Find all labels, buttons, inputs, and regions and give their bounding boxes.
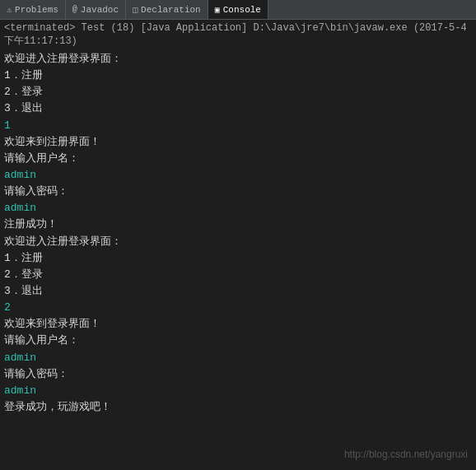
console-line: 请输入用户名： — [4, 333, 472, 349]
console-line: admin — [4, 383, 472, 399]
console-line: 欢迎来到注册界面！ — [4, 134, 472, 151]
console-line: 请输入用户名： — [4, 151, 472, 167]
tab-bar: ⚠ Problems @ Javadoc ◫ Declaration ▣ Con… — [0, 0, 476, 20]
console-line: 1．注册 — [4, 67, 472, 84]
console-line: 2 — [4, 300, 472, 316]
console-line: 2．登录 — [4, 267, 472, 283]
console-line: 3．退出 — [4, 100, 472, 117]
status-line: <terminated> Test (18) [Java Application… — [4, 22, 472, 48]
watermark: http://blog.csdn.net/yangruxi — [344, 449, 468, 460]
console-line: admin — [4, 200, 472, 216]
console-output: 欢迎进入注册登录界面：1．注册2．登录3．退出1欢迎来到注册界面！请输入用户名：… — [4, 51, 472, 416]
console-label: Console — [223, 5, 261, 15]
console-line: 1 — [4, 118, 472, 134]
console-icon: ▣ — [215, 5, 220, 15]
problems-icon: ⚠ — [7, 5, 12, 15]
console-line: 2．登录 — [4, 84, 472, 100]
declaration-label: Declaration — [141, 5, 201, 15]
console-line: 欢迎进入注册登录界面： — [4, 51, 472, 67]
declaration-icon: ◫ — [133, 5, 138, 15]
javadoc-icon: @ — [72, 5, 77, 14]
console-line: 请输入密码： — [4, 366, 472, 383]
problems-label: Problems — [15, 5, 58, 15]
console-line: 欢迎进入注册登录界面： — [4, 234, 472, 250]
console-line: 欢迎来到登录界面！ — [4, 316, 472, 333]
console-line: admin — [4, 167, 472, 184]
console-line: 1．注册 — [4, 250, 472, 267]
tab-javadoc[interactable]: @ Javadoc — [66, 0, 126, 19]
console-line: 请输入密码： — [4, 184, 472, 200]
console-line: 注册成功！ — [4, 216, 472, 233]
javadoc-label: Javadoc — [81, 5, 119, 15]
console-line: 3．退出 — [4, 283, 472, 300]
tab-problems[interactable]: ⚠ Problems — [0, 0, 66, 19]
tab-console[interactable]: ▣ Console — [208, 0, 268, 19]
console-pane: <terminated> Test (18) [Java Application… — [0, 20, 476, 470]
console-line: 登录成功，玩游戏吧！ — [4, 399, 472, 416]
console-line: admin — [4, 350, 472, 366]
tab-declaration[interactable]: ◫ Declaration — [126, 0, 208, 19]
